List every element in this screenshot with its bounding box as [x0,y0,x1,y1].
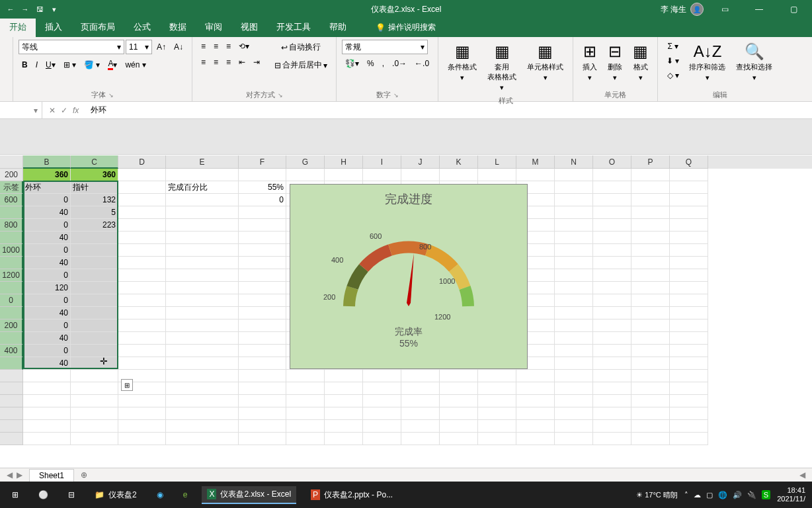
cell[interactable] [593,232,631,244]
row-header[interactable] [0,433,23,445]
row-header[interactable] [0,257,23,269]
quick-analysis-icon[interactable]: ⊞ [121,379,133,391]
cell[interactable] [555,181,593,194]
cell[interactable] [23,420,71,433]
cell[interactable] [401,395,440,407]
cell[interactable] [325,395,363,407]
cell[interactable] [670,244,708,257]
cell[interactable] [440,420,478,433]
merge-center-button[interactable]: ⊟合并后居中▾ [271,58,331,73]
row-header[interactable] [0,420,23,433]
cell[interactable] [166,219,239,232]
sheet-next-icon[interactable]: ▶ [17,470,22,480]
cell[interactable] [555,382,593,395]
cell[interactable] [118,181,166,194]
cell[interactable]: 55% [239,181,286,194]
cell[interactable] [555,282,593,294]
hscroll-left-icon[interactable]: ◀ [799,470,805,480]
cell[interactable] [593,219,631,232]
row-header[interactable] [0,357,23,370]
cell[interactable] [401,433,440,445]
tray-up-icon[interactable]: ˄ [684,491,688,499]
col-header[interactable]: Q [670,155,708,169]
tab-home[interactable]: 开始 [0,17,36,37]
col-header[interactable]: C [71,155,118,169]
cell[interactable] [555,307,593,319]
align-middle-icon[interactable]: ≡ [210,40,222,53]
cell[interactable] [239,370,286,382]
cell[interactable] [401,370,440,382]
cell[interactable] [555,332,593,345]
forward-icon[interactable]: → [20,4,30,15]
col-header[interactable]: J [401,155,440,169]
align-left-icon[interactable]: ≡ [198,56,209,69]
cell[interactable] [670,181,708,194]
tray-app-icon[interactable]: ▢ [706,491,713,499]
cell[interactable] [239,294,286,307]
ribbon-options-icon[interactable]: ▭ [711,0,738,19]
enter-formula-icon[interactable]: ✓ [61,106,67,115]
cell[interactable] [555,257,593,269]
cell[interactable] [631,357,670,370]
row-header[interactable] [0,407,23,420]
cell[interactable] [631,395,670,407]
formula-input[interactable]: 外环 [85,105,812,116]
edge-task[interactable]: ◉ [151,487,169,502]
cell[interactable] [670,357,708,370]
cell[interactable] [670,332,708,345]
cell[interactable]: 0 [23,219,71,232]
cell[interactable] [286,395,325,407]
cell[interactable] [325,382,363,395]
maximize-button[interactable]: ▢ [780,0,807,19]
row-header[interactable]: 0 [0,294,23,307]
cell[interactable] [593,420,631,433]
cell[interactable] [631,257,670,269]
cell[interactable] [118,219,166,232]
cell[interactable] [555,294,593,307]
cell[interactable]: 0 [23,345,71,357]
explorer-task[interactable]: 📁 仪表盘2 [89,487,142,503]
cell[interactable] [593,382,631,395]
cell[interactable]: 223 [71,219,118,232]
cell[interactable] [118,206,166,219]
row-header[interactable] [0,282,23,294]
cell[interactable] [118,319,166,332]
cell[interactable] [71,257,118,269]
cell[interactable] [555,420,593,433]
cell[interactable] [118,282,166,294]
row-header[interactable]: 示签 [0,181,23,194]
decrease-decimal-icon[interactable]: ←.0 [411,57,432,70]
cell[interactable] [166,433,239,445]
cell[interactable] [166,294,239,307]
cell[interactable] [631,345,670,357]
cell[interactable] [239,382,286,395]
qat-more-icon[interactable]: ▾ [49,4,60,15]
cell[interactable] [71,407,118,420]
cell[interactable] [166,357,239,370]
cell[interactable] [516,382,555,395]
cell[interactable]: 360 [71,169,118,181]
cell[interactable] [286,370,325,382]
add-sheet-button[interactable]: ⊕ [74,470,94,480]
increase-decimal-icon[interactable]: .0→ [389,57,410,70]
cell[interactable] [286,433,325,445]
cell[interactable] [593,357,631,370]
cell[interactable] [166,382,239,395]
row-header[interactable] [0,206,23,219]
cell[interactable]: 0 [23,269,71,282]
cell[interactable] [555,194,593,206]
cell[interactable]: 外环 [23,181,71,194]
cell[interactable] [593,282,631,294]
cell[interactable] [555,357,593,370]
cell[interactable] [166,244,239,257]
conditional-format-button[interactable]: ▦条件格式▾ [444,40,481,85]
cell[interactable] [593,294,631,307]
row-header[interactable] [0,382,23,395]
cell[interactable] [71,294,118,307]
tray-battery-icon[interactable]: 🔌 [747,491,756,499]
col-header[interactable]: G [286,155,325,169]
cell[interactable] [166,282,239,294]
cell[interactable] [593,395,631,407]
row-header[interactable]: 1000 [0,244,23,257]
cell[interactable] [555,407,593,420]
